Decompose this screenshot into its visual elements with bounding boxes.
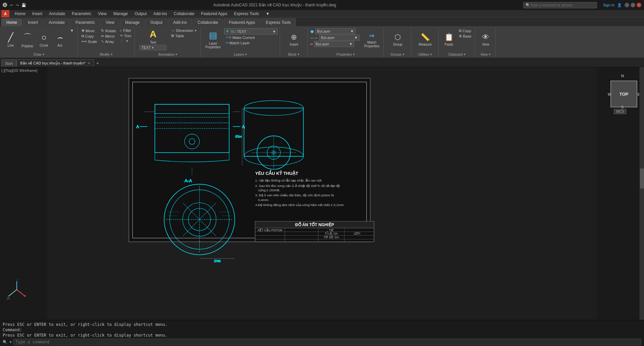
utilities-group-label[interactable]: Utilities ▼ bbox=[414, 52, 436, 57]
navcube-top-button[interactable]: TOP bbox=[610, 81, 637, 107]
title-text: Autodesk AutoCAD 2021 Bản vẽ CAD trục kh… bbox=[26, 3, 523, 7]
nav-cube[interactable]: N TOP S W E WCS bbox=[607, 74, 641, 114]
tab-addins[interactable]: Add-ins bbox=[168, 18, 192, 26]
tab-collaborate[interactable]: Collaborate bbox=[193, 18, 223, 26]
polyline-button[interactable]: ⌒ Polyline bbox=[19, 28, 35, 51]
base-button[interactable]: ⊕ Base bbox=[458, 34, 473, 39]
menu-output[interactable]: Output bbox=[131, 10, 150, 17]
doc-tab-start[interactable]: Start bbox=[1, 59, 16, 67]
line-button[interactable]: ╱ Line bbox=[3, 28, 18, 51]
draw-more-button[interactable]: ▼ bbox=[69, 28, 75, 33]
tab-home[interactable]: Home bbox=[1, 18, 22, 26]
search-bar[interactable]: 🔍 bbox=[523, 2, 597, 8]
tab-view[interactable]: View bbox=[101, 18, 119, 26]
menu-view[interactable]: View bbox=[95, 10, 110, 17]
menu-parametric[interactable]: Parametric bbox=[68, 10, 95, 17]
scale-button[interactable]: ⤡ Array bbox=[100, 39, 117, 44]
wcs-button[interactable]: WCS bbox=[614, 109, 626, 114]
scrollbar-thumb[interactable] bbox=[640, 168, 644, 189]
dimension-button[interactable]: ↔ Dimension ▼ bbox=[170, 28, 198, 33]
group-button[interactable]: ⬡ Group bbox=[390, 28, 405, 51]
drawing-canvas[interactable]: A-A A A bbox=[0, 67, 644, 320]
view-button[interactable]: 👁 View bbox=[478, 28, 493, 51]
close-button[interactable]: ✕ bbox=[637, 3, 641, 7]
doc-tab-drawing[interactable]: Bản vẽ CAD trục khuỷu - thanh truyền* ✕ bbox=[16, 59, 94, 67]
color-dropdown[interactable]: ByLayer ▼ bbox=[315, 28, 356, 34]
menu-express-tools[interactable]: Express Tools bbox=[230, 10, 262, 17]
quick-access-undo[interactable]: ↩ bbox=[10, 3, 13, 7]
mirror-button[interactable]: ⇔ Mirror bbox=[100, 34, 117, 39]
text-button[interactable]: A Text TEXT ▼ bbox=[138, 28, 168, 51]
move-button[interactable]: ✥ Move bbox=[80, 28, 99, 33]
sign-in-button[interactable]: Sign In bbox=[603, 3, 614, 7]
view-group-label[interactable]: View ▼ bbox=[478, 52, 493, 57]
compass-west: W bbox=[608, 92, 611, 96]
search-input[interactable] bbox=[530, 3, 591, 7]
layer-dropdown[interactable]: ☀ ⊙ □ TEXT ▼ bbox=[224, 28, 278, 35]
lineweight-dropdown[interactable]: ByLayer ▼ bbox=[314, 41, 354, 47]
utilities-buttons: 📏 Measure bbox=[417, 28, 434, 52]
text-style-combo[interactable]: TEXT ▼ bbox=[140, 45, 166, 50]
quick-access-redo[interactable]: ↪ bbox=[16, 3, 19, 7]
vertical-scrollbar[interactable] bbox=[639, 67, 644, 320]
menu-addins[interactable]: Add-ins bbox=[150, 10, 170, 17]
block-group-label[interactable]: Block ▼ bbox=[283, 52, 305, 57]
command-input[interactable] bbox=[13, 339, 641, 345]
layers-group-label[interactable]: Layers ▼ bbox=[203, 52, 278, 57]
circle-button[interactable]: ○ Circle bbox=[37, 28, 51, 51]
paste-button[interactable]: 📋 Paste bbox=[441, 28, 456, 51]
doc-tab-close[interactable]: ✕ bbox=[88, 61, 90, 65]
clipboard-group-label[interactable]: Clipboard ▼ bbox=[441, 52, 473, 57]
tab-featured-apps[interactable]: Featured Apps bbox=[224, 18, 260, 26]
clipboard-copy-button[interactable]: ⧉ Copy bbox=[458, 28, 473, 33]
arc-button[interactable]: ⌢ Arc bbox=[53, 28, 67, 51]
make-current-button[interactable]: ✓⊙ Make Current bbox=[224, 35, 278, 40]
menu-collaborate[interactable]: Collaborate bbox=[170, 10, 198, 17]
draw-group-label[interactable]: Draw ▼ bbox=[3, 52, 75, 57]
tab-annotate[interactable]: Annotate bbox=[44, 18, 70, 26]
svg-text:Y: Y bbox=[16, 280, 18, 281]
text-style-arrow: ▼ bbox=[152, 46, 154, 49]
new-tab-button[interactable]: + bbox=[94, 59, 101, 67]
array-button[interactable]: ⋮ ▼ bbox=[119, 39, 133, 44]
copy-button[interactable]: ⧉ Copy bbox=[80, 34, 99, 39]
match-properties-button[interactable]: ⇒ MatchProperties bbox=[362, 28, 382, 51]
svg-text:∅65: ∅65 bbox=[214, 259, 221, 263]
properties-group-label[interactable]: Properties ▼ bbox=[310, 52, 381, 57]
match-layer-button[interactable]: ⇒ Match Layer bbox=[224, 40, 278, 45]
insert-block-button[interactable]: ⊕ Insert bbox=[286, 28, 301, 51]
layer-properties-button[interactable]: ▤ LayerProperties bbox=[203, 28, 223, 51]
modify-expand-icon: ▼ bbox=[110, 53, 113, 56]
menu-insert[interactable]: Insert bbox=[29, 10, 46, 17]
rotate-button[interactable]: ↻ Rotate bbox=[100, 28, 117, 33]
groups-group-label[interactable]: Groups ▼ bbox=[386, 52, 409, 57]
account-icon[interactable]: 👤 bbox=[617, 3, 622, 7]
modify-group-label[interactable]: Modify ▼ bbox=[80, 52, 133, 57]
tab-parametric[interactable]: Parametric bbox=[70, 18, 100, 26]
menu-manage[interactable]: Manage bbox=[110, 10, 131, 17]
trim-button[interactable]: ✂ Trim bbox=[119, 33, 133, 38]
quick-access-save[interactable]: 💾 bbox=[21, 3, 26, 7]
stretch-button[interactable]: ⟺ Scale bbox=[80, 39, 99, 44]
lineweight-dropdown-arrow: ▼ bbox=[349, 42, 353, 46]
fillet-button[interactable]: ⌐ Fillet bbox=[119, 28, 133, 33]
table-button[interactable]: ⊞ Table bbox=[170, 33, 198, 38]
linetype-dropdown[interactable]: ByLayer ▼ bbox=[319, 35, 360, 41]
clipboard-col2: ⧉ Copy ⊕ Base bbox=[458, 28, 473, 39]
copy-icon: ⧉ bbox=[82, 34, 84, 38]
minimize-button[interactable]: – bbox=[625, 3, 629, 7]
title-bar: 🅐 ↩ ↪ 💾 Autodesk AutoCAD 2021 Bản vẽ CAD… bbox=[0, 0, 644, 10]
tab-output[interactable]: Output bbox=[145, 18, 167, 26]
tab-insert[interactable]: Insert bbox=[23, 18, 43, 26]
maximize-button[interactable]: □ bbox=[631, 3, 635, 7]
draw-expand-icon: ▼ bbox=[42, 53, 45, 56]
menu-featured-apps[interactable]: Featured Apps bbox=[198, 10, 230, 17]
measure-button[interactable]: 📏 Measure bbox=[417, 28, 434, 51]
menu-more[interactable]: ▼ bbox=[262, 10, 273, 17]
menu-home[interactable]: Home bbox=[11, 10, 29, 17]
annotation-group-label[interactable]: Annotation ▼ bbox=[138, 52, 198, 57]
tab-manage[interactable]: Manage bbox=[120, 18, 145, 26]
menu-annotate[interactable]: Annotate bbox=[46, 10, 68, 17]
tab-express-tools[interactable]: Express Tools bbox=[261, 18, 296, 26]
svg-text:TIÊ: TIÊ bbox=[329, 229, 334, 232]
